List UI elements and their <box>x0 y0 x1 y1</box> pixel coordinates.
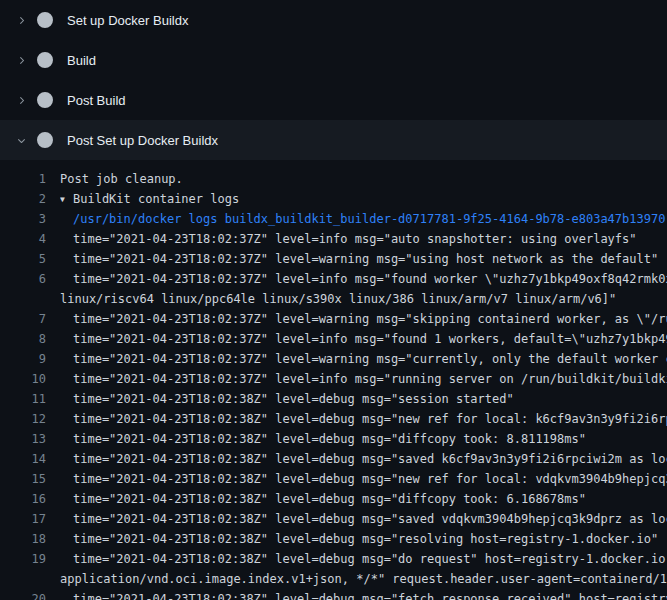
log-line-number[interactable]: 18 <box>0 529 46 549</box>
log-message: time="2021-04-23T18:02:38Z" level=debug … <box>73 512 667 526</box>
log-line: ▼linux/riscv64 linux/ppc64le linux/s390x… <box>0 289 667 309</box>
chevron-icon[interactable] <box>14 12 28 28</box>
step-title: Post Set up Docker Buildx <box>67 133 218 148</box>
log-message: time="2021-04-23T18:02:38Z" level=debug … <box>73 472 667 486</box>
log-line-number[interactable]: 14 <box>0 449 46 469</box>
log-line-text: ▼time="2021-04-23T18:02:37Z" level=info … <box>60 269 667 289</box>
step-title: Build <box>67 53 96 68</box>
log-line: 16 ▼time="2021-04-23T18:02:38Z" level=de… <box>0 489 667 509</box>
log-line-number[interactable]: 12 <box>0 409 46 429</box>
log-line: 2 ▼BuildKit container logs <box>0 189 667 209</box>
log-message: BuildKit container logs <box>73 192 239 206</box>
log-message: /usr/bin/docker logs buildx_buildkit_bui… <box>73 212 665 226</box>
log-line-number[interactable]: 19 <box>0 549 46 569</box>
log-message: time="2021-04-23T18:02:37Z" level=info m… <box>73 332 667 346</box>
check-circle-icon <box>37 132 53 148</box>
log-area: 1 ▼Post job cleanup. 2 ▼BuildKit contain… <box>0 160 667 600</box>
log-line-text: ▼time="2021-04-23T18:02:38Z" level=debug… <box>60 389 667 409</box>
log-line-number[interactable]: 5 <box>0 249 46 269</box>
log-line-number[interactable]: 9 <box>0 349 46 369</box>
step-header-3[interactable]: Post Set up Docker Buildx <box>0 120 667 160</box>
log-message: time="2021-04-23T18:02:38Z" level=debug … <box>73 452 667 466</box>
log-line: 18 ▼time="2021-04-23T18:02:38Z" level=de… <box>0 529 667 549</box>
log-line-text: ▼time="2021-04-23T18:02:38Z" level=debug… <box>60 469 667 489</box>
log-line-text: ▼time="2021-04-23T18:02:38Z" level=debug… <box>60 449 667 469</box>
log-message: time="2021-04-23T18:02:38Z" level=debug … <box>73 392 514 406</box>
step-list: Set up Docker Buildx Build Post Build <box>0 0 667 160</box>
log-line: 14 ▼time="2021-04-23T18:02:38Z" level=de… <box>0 449 667 469</box>
log-line: 8 ▼time="2021-04-23T18:02:37Z" level=inf… <box>0 329 667 349</box>
log-line-number[interactable]: 8 <box>0 329 46 349</box>
log-line-number[interactable]: 15 <box>0 469 46 489</box>
log-message: time="2021-04-23T18:02:37Z" level=warnin… <box>73 352 667 366</box>
log-line: 6 ▼time="2021-04-23T18:02:37Z" level=inf… <box>0 269 667 289</box>
log-line-number[interactable] <box>0 569 46 589</box>
log-message: time="2021-04-23T18:02:37Z" level=info m… <box>73 232 637 246</box>
log-line: 4 ▼time="2021-04-23T18:02:37Z" level=inf… <box>0 229 667 249</box>
log-line-number[interactable]: 17 <box>0 509 46 529</box>
log-line-text: ▼Post job cleanup. <box>60 169 667 189</box>
log-line-text: ▼time="2021-04-23T18:02:37Z" level=warni… <box>60 349 667 369</box>
log-line-text: ▼BuildKit container logs <box>60 189 667 209</box>
log-message: application/vnd.oci.image.index.v1+json,… <box>60 572 667 586</box>
check-circle-icon <box>37 52 53 68</box>
log-line-number[interactable]: 16 <box>0 489 46 509</box>
log-line: 1 ▼Post job cleanup. <box>0 169 667 189</box>
log-message: time="2021-04-23T18:02:37Z" level=info m… <box>73 272 667 286</box>
log-message: time="2021-04-23T18:02:38Z" level=debug … <box>73 592 667 600</box>
log-line-number[interactable]: 13 <box>0 429 46 449</box>
log-line-text: ▼time="2021-04-23T18:02:37Z" level=info … <box>60 329 667 349</box>
log-line-number[interactable]: 3 <box>0 209 46 229</box>
log-line-number[interactable]: 1 <box>0 169 46 189</box>
group-toggle-icon[interactable]: ▼ <box>60 190 73 209</box>
log-line-text: ▼linux/riscv64 linux/ppc64le linux/s390x… <box>60 289 667 309</box>
log-message: time="2021-04-23T18:02:37Z" level=warnin… <box>73 312 667 326</box>
step-header-2[interactable]: Post Build <box>0 80 667 120</box>
log-line-number[interactable]: 7 <box>0 309 46 329</box>
step-header-0[interactable]: Set up Docker Buildx <box>0 0 667 40</box>
log-line-number[interactable]: 2 <box>0 189 46 209</box>
log-line-number[interactable]: 11 <box>0 389 46 409</box>
check-circle-icon <box>37 92 53 108</box>
log-line-text: ▼time="2021-04-23T18:02:37Z" level=warni… <box>60 249 667 269</box>
log-line-number[interactable]: 4 <box>0 229 46 249</box>
step-header-1[interactable]: Build <box>0 40 667 80</box>
chevron-icon[interactable] <box>14 92 28 108</box>
log-line-text: ▼time="2021-04-23T18:02:38Z" level=debug… <box>60 509 667 529</box>
log-line-number[interactable]: 10 <box>0 369 46 389</box>
log-line-text: ▼time="2021-04-23T18:02:38Z" level=debug… <box>60 429 667 449</box>
log-line-text: ▼time="2021-04-23T18:02:38Z" level=debug… <box>60 529 667 549</box>
log-line-number[interactable]: 6 <box>0 269 46 289</box>
actions-log-viewer: Set up Docker Buildx Build Post Build <box>0 0 667 600</box>
log-line-text: ▼time="2021-04-23T18:02:38Z" level=debug… <box>60 589 667 600</box>
log-line-text: ▼time="2021-04-23T18:02:38Z" level=debug… <box>60 549 667 569</box>
log-line: 7 ▼time="2021-04-23T18:02:37Z" level=war… <box>0 309 667 329</box>
log-message: time="2021-04-23T18:02:37Z" level=info m… <box>73 372 667 386</box>
log-line: 10 ▼time="2021-04-23T18:02:37Z" level=in… <box>0 369 667 389</box>
log-line: 19 ▼time="2021-04-23T18:02:38Z" level=de… <box>0 549 667 569</box>
log-line-text: ▼time="2021-04-23T18:02:38Z" level=debug… <box>60 489 667 509</box>
step-title: Post Build <box>67 93 126 108</box>
log-message: time="2021-04-23T18:02:38Z" level=debug … <box>73 532 658 546</box>
log-line-number[interactable] <box>0 289 46 309</box>
log-message: time="2021-04-23T18:02:38Z" level=debug … <box>73 412 667 426</box>
log-line-text: ▼time="2021-04-23T18:02:37Z" level=info … <box>60 369 667 389</box>
log-message: time="2021-04-23T18:02:38Z" level=debug … <box>73 552 667 566</box>
log-line: ▼application/vnd.oci.image.index.v1+json… <box>0 569 667 589</box>
log-message: time="2021-04-23T18:02:38Z" level=debug … <box>73 432 586 446</box>
log-line-text: ▼/usr/bin/docker logs buildx_buildkit_bu… <box>60 209 667 229</box>
log-line: 11 ▼time="2021-04-23T18:02:38Z" level=de… <box>0 389 667 409</box>
log-line-text: ▼time="2021-04-23T18:02:38Z" level=debug… <box>60 409 667 429</box>
log-line-text: ▼application/vnd.oci.image.index.v1+json… <box>60 569 667 589</box>
log-line: 5 ▼time="2021-04-23T18:02:37Z" level=war… <box>0 249 667 269</box>
chevron-icon[interactable] <box>14 132 28 148</box>
log-line: 13 ▼time="2021-04-23T18:02:38Z" level=de… <box>0 429 667 449</box>
chevron-icon[interactable] <box>14 52 28 68</box>
check-circle-icon <box>37 12 53 28</box>
log-line-number[interactable]: 20 <box>0 589 46 600</box>
log-message: time="2021-04-23T18:02:37Z" level=warnin… <box>73 252 658 266</box>
log-line: 12 ▼time="2021-04-23T18:02:38Z" level=de… <box>0 409 667 429</box>
log-line: 20 ▼time="2021-04-23T18:02:38Z" level=de… <box>0 589 667 600</box>
log-message: time="2021-04-23T18:02:38Z" level=debug … <box>73 492 586 506</box>
log-line-text: ▼time="2021-04-23T18:02:37Z" level=warni… <box>60 309 667 329</box>
